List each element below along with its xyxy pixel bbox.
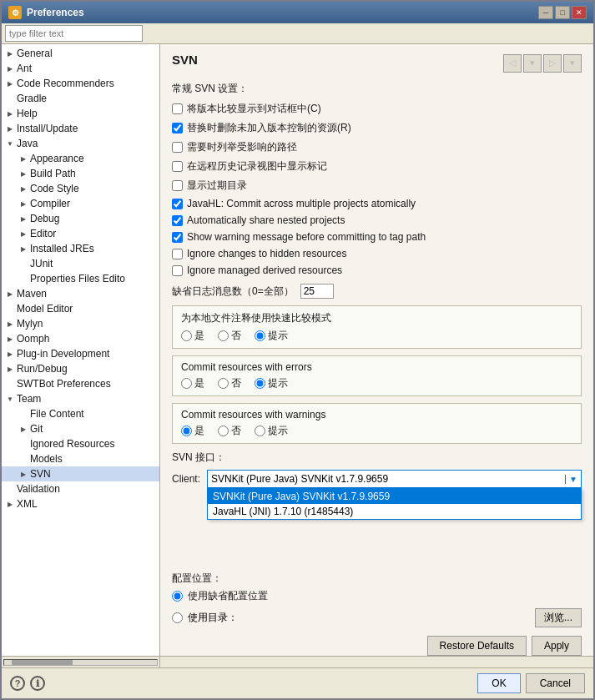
radio-cw-yes[interactable] [181, 426, 192, 436]
radio-lc-no[interactable] [218, 330, 229, 341]
sidebar-item-compiler[interactable]: Compiler [2, 196, 159, 211]
sidebar-item-gradle[interactable]: Gradle [2, 91, 159, 106]
checkbox-1[interactable] [172, 103, 183, 114]
forward-dropdown-button[interactable]: ▾ [563, 54, 582, 73]
commit-warnings-yes: 是 [181, 424, 204, 438]
sidebar-item-installed-jres[interactable]: Installed JREs [2, 241, 159, 256]
restore-defaults-button[interactable]: Restore Defaults [427, 636, 527, 656]
sidebar-item-label: Git [30, 423, 43, 435]
location-options: 使用缺省配置位置 使用目录： 浏览... [172, 589, 582, 627]
close-button[interactable]: ✕ [572, 6, 587, 19]
cancel-button[interactable]: Cancel [526, 673, 585, 693]
checkbox-8[interactable] [172, 232, 183, 243]
expand-icon [5, 304, 15, 314]
sidebar-item-ant[interactable]: Ant [2, 61, 159, 76]
use-dir-row: 使用目录： 浏览... [172, 608, 582, 627]
checkbox-label-5: 显示过期目录 [187, 179, 247, 193]
sidebar-item-oomph[interactable]: Oomph [2, 331, 159, 346]
checkbox-7[interactable] [172, 215, 183, 226]
commit-warnings-options: 是 否 提示 [181, 424, 572, 438]
radio-cw-prompt[interactable] [255, 426, 265, 436]
radio-lc-yes[interactable] [181, 330, 192, 341]
sidebar-item-ignored-resources[interactable]: Ignored Resources [2, 436, 159, 451]
radio-use-dir[interactable] [172, 612, 183, 623]
info-icon[interactable]: ℹ [30, 676, 45, 691]
apply-button[interactable]: Apply [532, 636, 582, 656]
sidebar-item-model-editor[interactable]: Model Editor [2, 301, 159, 316]
checkbox-9[interactable] [172, 249, 183, 259]
checkbox-3[interactable] [172, 142, 183, 153]
checkbox-label-8: Show warning message before committing t… [187, 231, 426, 243]
checkbox-label-9: Ignore changes to hidden resources [187, 248, 346, 259]
filter-toolbar [2, 23, 593, 44]
radio-ce-no[interactable] [218, 378, 229, 389]
local-compare-no: 否 [218, 329, 241, 343]
minimize-button[interactable]: ─ [538, 6, 553, 19]
sidebar-item-validation[interactable]: Validation [2, 481, 159, 496]
sidebar-item-junit[interactable]: JUnit [2, 256, 159, 271]
commit-errors-yes: 是 [181, 376, 204, 390]
sidebar-item-label: SWTBot Preferences [17, 378, 111, 390]
checkbox-10[interactable] [172, 265, 183, 276]
sidebar-item-maven[interactable]: Maven [2, 286, 159, 301]
sidebar-item-general[interactable]: General [2, 46, 159, 61]
dropdown-option-javaHL[interactable]: JavaHL (JNI) 1.7.10 (r1485443) [208, 504, 581, 519]
forward-button[interactable]: ▷ [543, 54, 562, 73]
client-dropdown[interactable]: SVNKit (Pure Java) SVNKit v1.7.9.9659 ▼ [207, 470, 582, 488]
checkbox-label-3: 需要时列举受影响的路径 [187, 140, 297, 154]
scrollbar-thumb[interactable] [12, 660, 73, 665]
checkbox-4[interactable] [172, 161, 183, 172]
log-message-input[interactable] [300, 284, 334, 299]
sidebar-item-label: Properties Files Edito [30, 273, 125, 285]
sidebar-item-git[interactable]: Git [2, 421, 159, 436]
local-compare-prompt: 提示 [255, 329, 288, 343]
checkbox-6[interactable] [172, 199, 183, 209]
sidebar-item-install-update[interactable]: Install/Update [2, 121, 159, 136]
sidebar-item-build-path[interactable]: Build Path [2, 166, 159, 181]
sidebar-item-swtbot[interactable]: SWTBot Preferences [2, 376, 159, 391]
sidebar-item-file-content[interactable]: File Content [2, 406, 159, 421]
sidebar-item-team[interactable]: Team [2, 391, 159, 406]
sidebar-item-label: Installed JREs [30, 243, 94, 254]
radio-use-default[interactable] [172, 591, 183, 602]
checkbox-5[interactable] [172, 180, 183, 191]
commit-errors-title: Commit resources with errors [181, 361, 572, 373]
radio-ce-yes[interactable] [181, 378, 192, 389]
ok-button[interactable]: OK [477, 673, 520, 693]
sidebar-item-label: Build Path [30, 168, 76, 179]
sidebar-item-code-style[interactable]: Code Style [2, 181, 159, 196]
sidebar-item-label: Compiler [30, 198, 70, 209]
checkbox-label-6: JavaHL: Commit across multiple projects … [187, 198, 416, 209]
sidebar-item-java[interactable]: Java [2, 136, 159, 151]
sidebar-item-mylyn[interactable]: Mylyn [2, 316, 159, 331]
commit-errors-prompt: 提示 [255, 376, 288, 390]
radio-cw-no[interactable] [218, 426, 229, 436]
radio-lc-no-label: 否 [231, 329, 241, 343]
scrollbar-track[interactable] [3, 659, 158, 666]
sidebar-item-label: Editor [30, 228, 56, 239]
checkbox-2[interactable] [172, 123, 183, 133]
sidebar-item-label: Ant [17, 63, 32, 74]
sidebar-item-debug[interactable]: Debug [2, 211, 159, 226]
sidebar-item-models[interactable]: Models [2, 451, 159, 466]
sidebar-item-run-debug[interactable]: Run/Debug [2, 361, 159, 376]
sidebar-item-svn[interactable]: SVN [2, 466, 159, 481]
maximize-button[interactable]: □ [555, 6, 570, 19]
back-button[interactable]: ◁ [503, 54, 522, 73]
sidebar-item-code-recommenders[interactable]: Code Recommenders [2, 76, 159, 91]
filter-input[interactable] [5, 25, 143, 42]
sidebar-item-help[interactable]: Help [2, 106, 159, 121]
radio-lc-prompt[interactable] [255, 330, 265, 341]
sidebar-item-editor[interactable]: Editor [2, 226, 159, 241]
dropdown-option-svnkit[interactable]: SVNKit (Pure Java) SVNKit v1.7.9.9659 [208, 489, 581, 504]
sidebar-item-xml[interactable]: XML [2, 496, 159, 511]
back-dropdown-button[interactable]: ▾ [523, 54, 542, 73]
bottom-help-icons: ? ℹ [10, 676, 472, 691]
sidebar-item-appearance[interactable]: Appearance [2, 151, 159, 166]
expand-icon [5, 319, 15, 329]
sidebar-item-properties-files-editor[interactable]: Properties Files Edito [2, 271, 159, 286]
help-icon[interactable]: ? [10, 676, 25, 691]
radio-ce-prompt[interactable] [255, 378, 265, 389]
browse-button[interactable]: 浏览... [535, 608, 582, 627]
sidebar-item-plug-in-development[interactable]: Plug-in Development [2, 346, 159, 361]
